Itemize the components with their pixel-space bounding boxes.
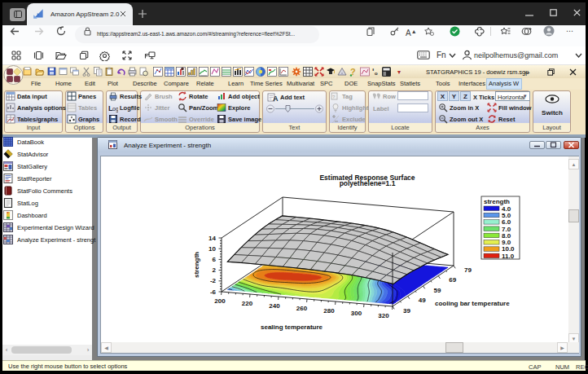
svg-text:2: 2: [213, 266, 217, 274]
svg-text:69: 69: [449, 276, 456, 284]
svg-text:280: 280: [323, 307, 335, 315]
svg-text:6: 6: [213, 256, 217, 263]
svg-text:300: 300: [351, 310, 362, 317]
svg-text:polyethelene=1.1: polyethelene=1.1: [340, 179, 396, 187]
svg-text:260: 260: [296, 305, 308, 312]
svg-text:11.0: 11.0: [502, 253, 515, 260]
svg-text:ʹ₀: ʹ₀: [372, 68, 378, 77]
svg-text:220: 220: [242, 300, 253, 307]
svg-text:240: 240: [269, 302, 280, 310]
svg-text:-2: -2: [210, 277, 217, 284]
svg-text:49: 49: [419, 297, 426, 304]
svg-text:200: 200: [214, 297, 226, 305]
svg-text:79: 79: [464, 266, 472, 274]
svg-text:14: 14: [208, 235, 216, 242]
svg-text:320: 320: [378, 312, 389, 319]
svg-text:10: 10: [208, 245, 216, 253]
svg-text:-6: -6: [210, 288, 217, 296]
svg-text:39: 39: [403, 307, 410, 315]
svg-text:A: A: [273, 95, 279, 103]
svg-text:strength: strength: [193, 252, 200, 278]
svg-text:sealing temperature: sealing temperature: [261, 323, 323, 331]
svg-text:og: og: [112, 106, 118, 112]
svg-text:cooling bar temperature: cooling bar temperature: [435, 300, 510, 307]
svg-text:59: 59: [434, 287, 441, 294]
